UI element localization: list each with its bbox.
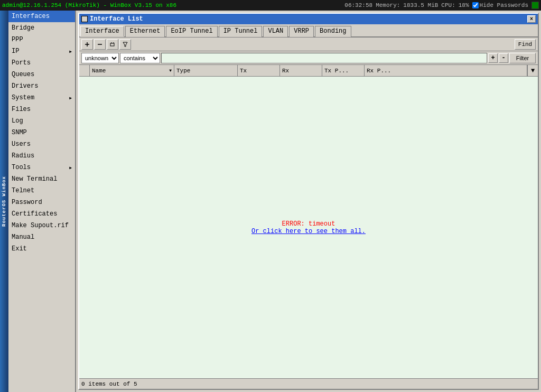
sidebar-item-label: Manual (12, 234, 34, 241)
memory-value: 1833.5 MiB (403, 2, 438, 8)
sidebar-item-make-supout.rif[interactable]: Make Supout.rif (8, 220, 75, 231)
sidebar-item-manual[interactable]: Manual (8, 231, 75, 243)
remove-button[interactable] (94, 39, 106, 50)
os-panel: RouterOS WinBox (0, 11, 8, 392)
sidebar-item-exit[interactable]: Exit (8, 243, 75, 255)
table-col-type[interactable]: Type (174, 65, 238, 76)
find-button[interactable]: Find (515, 39, 536, 50)
filter-row: unknownNameTypeTxRx containsequalsstarts… (79, 51, 538, 65)
sidebar-item-label: Interfaces (12, 13, 50, 20)
filter-condition-select[interactable]: containsequalsstarts with (120, 53, 160, 63)
submenu-arrow-icon: ▶ (69, 165, 72, 170)
sidebar-item-snmp[interactable]: SNMP (8, 127, 75, 138)
window-toolbar: Find (79, 38, 538, 51)
window-title-text: Interface List (90, 15, 143, 23)
filter-toggle-button[interactable] (119, 39, 131, 50)
sidebar-item-ip[interactable]: IP▶ (8, 45, 75, 57)
sidebar-item-label: Files (12, 106, 31, 113)
sidebar-item-tools[interactable]: Tools▶ (8, 162, 75, 173)
cpu-label: CPU: (441, 2, 455, 8)
edit-button[interactable] (107, 39, 118, 50)
sidebar-item-label: Tools (12, 164, 31, 171)
sidebar-item-label: Bridge (12, 24, 34, 32)
sidebar-item-password[interactable]: Password (8, 197, 75, 208)
sidebar-item-certificates[interactable]: Certificates (8, 208, 75, 220)
table-col-name[interactable]: Name▼ (90, 65, 174, 76)
sidebar-item-label: IP (12, 48, 19, 55)
lock-icon (531, 2, 539, 9)
sort-arrow-icon: ▼ (169, 68, 172, 73)
tab-bar: InterfaceEthernetEoIP TunnelIP TunnelVLA… (79, 24, 538, 38)
tab-bonding[interactable]: Bonding (315, 26, 351, 37)
col-label: Rx P... (367, 68, 391, 74)
sidebar-item-label: Radius (12, 152, 34, 160)
sidebar-item-ports[interactable]: Ports (8, 57, 75, 69)
sidebar-item-label: Users (12, 141, 31, 148)
sidebar-item-log[interactable]: Log (8, 115, 75, 127)
sidebar-item-label: New Terminal (12, 175, 57, 183)
status-bar: 0 items out of 5 (79, 378, 538, 389)
sidebar-item-interfaces[interactable]: Interfaces (8, 11, 75, 22)
sidebar-item-label: Exit (12, 245, 27, 253)
submenu-arrow-icon: ▶ (69, 96, 72, 100)
sidebar-item-label: Ports (12, 59, 31, 67)
column-dropdown-button[interactable]: ▼ (527, 65, 538, 76)
col-label: Rx (282, 68, 289, 74)
close-button[interactable]: × (527, 15, 536, 23)
filter-remove-button[interactable]: - (499, 53, 508, 63)
add-button[interactable] (81, 39, 93, 50)
hide-passwords-label[interactable]: Hide Passwords (472, 2, 528, 8)
sidebar-item-new-terminal[interactable]: New Terminal (8, 173, 75, 185)
cpu-value: 18% (459, 2, 469, 8)
sidebar-item-label: Log (12, 117, 23, 125)
sidebar-item-label: Certificates (12, 210, 57, 218)
col-label: Type (176, 68, 190, 74)
table-check-all (79, 65, 90, 76)
sidebar-item-ppp[interactable]: PPP (8, 34, 75, 45)
interface-list-window: Interface List × InterfaceEthernetEoIP T… (78, 13, 539, 390)
sidebar-item-system[interactable]: System▶ (8, 92, 75, 104)
col-label: Tx (240, 68, 247, 74)
error-link[interactable]: Or click here to see them all. (251, 228, 366, 235)
table-col-rx[interactable]: Rx (280, 65, 322, 76)
table-col-rx-p...[interactable]: Rx P... (365, 65, 527, 76)
tab-vlan[interactable]: VLAN (263, 26, 288, 37)
table-col-tx-p...[interactable]: Tx P... (322, 65, 365, 76)
time-display: 06:32:58 (344, 2, 372, 8)
sidebar-item-users[interactable]: Users (8, 138, 75, 150)
col-label: Name (92, 68, 106, 74)
svg-marker-6 (123, 42, 127, 46)
error-container: ERROR: timeout Or click here to see them… (251, 220, 366, 235)
filter-value-input[interactable] (161, 53, 487, 63)
filter-add-button[interactable]: + (488, 53, 498, 63)
tab-eoip-tunnel[interactable]: EoIP Tunnel (166, 26, 217, 37)
tab-vrrp[interactable]: VRRP (289, 26, 314, 37)
sidebar: InterfacesBridgePPPIP▶PortsQueuesDrivers… (8, 11, 76, 392)
table-header: Name▼TypeTxRxTx P...Rx P...▼ (79, 65, 538, 77)
sidebar-item-label: System (12, 94, 34, 101)
content-area: Interface List × InterfaceEthernetEoIP T… (76, 11, 541, 392)
sidebar-item-files[interactable]: Files (8, 104, 75, 115)
window-icon (81, 16, 88, 22)
svg-rect-3 (110, 43, 114, 46)
sidebar-item-label: PPP (12, 36, 23, 43)
filter-field-select[interactable]: unknownNameTypeTxRx (81, 53, 119, 63)
table-col-tx[interactable]: Tx (238, 65, 280, 76)
sidebar-item-drivers[interactable]: Drivers (8, 80, 75, 92)
tab-ip-tunnel[interactable]: IP Tunnel (219, 26, 263, 37)
memory-label: Memory: (376, 2, 400, 8)
submenu-arrow-icon: ▶ (69, 49, 72, 54)
os-panel-text: RouterOS WinBox (2, 176, 7, 227)
hide-passwords-checkbox[interactable] (472, 2, 479, 8)
filter-apply-button[interactable]: Filter (509, 53, 536, 63)
tab-ethernet[interactable]: Ethernet (125, 26, 165, 37)
sidebar-item-telnet[interactable]: Telnet (8, 185, 75, 197)
col-label: Tx P... (324, 68, 349, 74)
sidebar-item-queues[interactable]: Queues (8, 69, 75, 80)
tab-interface[interactable]: Interface (80, 26, 124, 37)
sidebar-item-bridge[interactable]: Bridge (8, 22, 75, 34)
sidebar-item-radius[interactable]: Radius (8, 150, 75, 162)
table-data: ERROR: timeout Or click here to see them… (79, 77, 538, 378)
sidebar-item-label: SNMP (12, 129, 27, 136)
sidebar-item-label: Password (12, 199, 42, 206)
